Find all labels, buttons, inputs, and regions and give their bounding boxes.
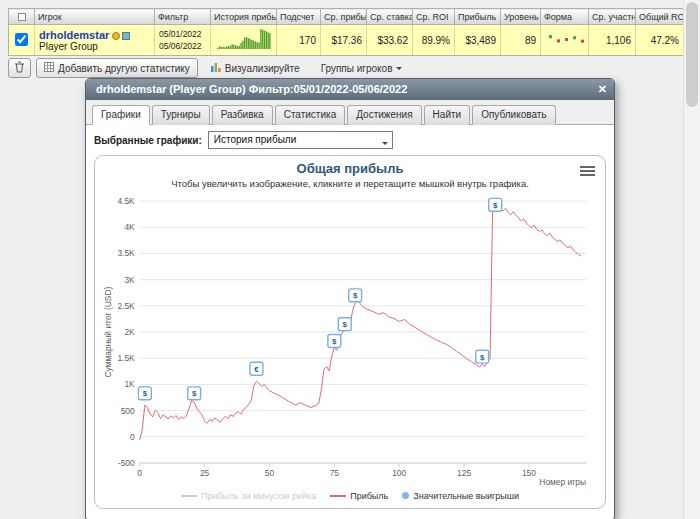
col-avg-roi[interactable]: Ср. ROI [413,9,455,25]
dialog-title: drholdemstar (Player Group) Фильтр:05/01… [96,83,407,95]
chart-context-menu-icon[interactable] [580,164,595,178]
avg-profit-cell: $17.36 [321,25,367,56]
col-profit-history[interactable]: История прибыли [211,9,277,25]
col-form[interactable]: Форма [541,9,589,25]
svg-text:125: 125 [457,468,471,478]
svg-text:75: 75 [330,468,340,478]
table-header-row: Игрок Фильтр История прибыли Подсчет Ср.… [9,9,684,25]
svg-text:$: $ [353,291,358,300]
tab-breakdown[interactable]: Разбивка [212,105,273,125]
col-player[interactable]: Игрок [35,9,155,25]
legend-label: Значительные выигрыши [413,491,519,501]
filter-to: 05/06/2022 [159,40,206,52]
legend-dot-icon [402,492,409,499]
medal-icon [112,32,120,40]
chevron-down-icon [382,142,388,148]
svg-text:4.5K: 4.5K [117,196,135,206]
profit-cell: $3,489 [455,25,501,56]
add-statistic-button[interactable]: Добавить другую статистику [36,58,198,78]
filter-from: 05/01/2022 [159,28,206,40]
svg-text:-500: -500 [118,458,135,468]
player-row[interactable]: drholdemstar Player Group 05/01/2022 05/… [9,25,684,56]
player-link[interactable]: drholdemstar [39,29,109,41]
chart-title: Общая прибыль [99,161,601,176]
profit-chart-svg[interactable]: -50005001K1.5K2K2.5K3K3.5K4K4.5K02550751… [102,190,598,488]
checkbox-icon [18,13,26,21]
player-stats-table: Игрок Фильтр История прибыли Подсчет Ср.… [8,8,683,56]
tab-achievements[interactable]: Достижения [347,105,421,125]
legend-line-icon [330,495,346,497]
svg-text:$: $ [480,353,485,362]
tab-graphs[interactable]: Графики [92,105,150,125]
row-checkbox[interactable] [15,33,28,46]
legend-item-significant-wins[interactable]: Значительные выигрыши [402,491,519,501]
col-avg-profit[interactable]: Ср. прибыль [321,9,367,25]
tab-find[interactable]: Найти [424,105,471,125]
tab-statistics[interactable]: Статистика [275,105,346,125]
legend-label: Прибыль за минусом рейка [201,491,316,501]
level-cell: 89 [501,25,541,56]
svg-text:3K: 3K [124,275,135,285]
svg-text:500: 500 [121,406,135,416]
svg-text:Суммарный итог (USD): Суммарный итог (USD) [103,286,113,377]
visualize-button[interactable]: Визуализируйте [203,58,308,78]
svg-text:2K: 2K [124,327,135,337]
svg-text:3.5K: 3.5K [117,248,135,258]
toolbar: Добавить другую статистику Визуализируйт… [8,58,410,78]
notes-icon [122,32,130,40]
close-icon[interactable]: ✕ [598,79,607,100]
svg-text:$: $ [493,201,498,210]
tab-tournaments[interactable]: Турниры [152,105,210,125]
col-count[interactable]: Подсчет [277,9,321,25]
col-total-roi[interactable]: Общий ROI [636,9,684,25]
bar-chart-icon [211,62,221,74]
svg-text:$: $ [143,389,148,398]
avg-roi-cell: 89.9% [413,25,455,56]
avg-stake-cell: $33.62 [367,25,413,56]
chart-subtitle: Чтобы увеличить изображение, кликните и … [99,178,601,189]
legend-item-profit-minus-rake[interactable]: Прибыль за минусом рейка [181,491,316,501]
player-detail-dialog: drholdemstar (Player Group) Фильтр:05/01… [85,78,615,519]
graph-select[interactable]: История прибыли [208,131,393,149]
select-all-header[interactable] [9,9,35,25]
form-sparkline [545,31,587,47]
selected-graphs-label: Выбранные графики: [94,135,202,146]
svg-text:€: € [254,365,259,374]
col-avg-stake[interactable]: Ср. ставка [367,9,413,25]
vertical-scrollbar[interactable] [683,0,700,519]
total-roi-cell: 47.2% [636,25,684,56]
add-statistic-label: Добавить другую статистику [58,63,190,74]
trash-icon [14,61,25,75]
delete-button[interactable] [8,58,31,78]
tab-publish[interactable]: Опубликовать [472,105,555,125]
legend-item-profit[interactable]: Прибыль [330,491,388,501]
legend-label: Прибыль [350,491,388,501]
graph-select-row: Выбранные графики: История прибыли [86,125,614,153]
graph-select-value: История прибыли [214,134,296,145]
grid-plus-icon [44,62,54,74]
col-level[interactable]: Уровень [501,9,541,25]
svg-text:2.5K: 2.5K [117,301,135,311]
svg-text:$: $ [343,320,348,329]
svg-text:$: $ [332,337,337,346]
col-avg-entrants[interactable]: Ср. участни [589,9,636,25]
svg-text:0: 0 [137,468,142,478]
col-profit[interactable]: Прибыль [455,9,501,25]
col-filter[interactable]: Фильтр [155,9,211,25]
svg-text:Номер игры: Номер игры [539,477,586,487]
svg-text:0: 0 [130,432,135,442]
profit-history-sparkline [217,29,271,49]
svg-text:1.5K: 1.5K [117,353,135,363]
chart-card: Общая прибыль Чтобы увеличить изображени… [94,155,606,509]
legend-line-icon [181,495,197,497]
count-cell: 170 [277,25,321,56]
svg-text:1K: 1K [124,379,135,389]
svg-text:4K: 4K [124,222,135,232]
dialog-header[interactable]: drholdemstar (Player Group) Фильтр:05/01… [86,79,614,100]
scrollbar-thumb[interactable] [686,2,698,107]
dialog-tabs: Графики Турниры Разбивка Статистика Дост… [86,100,614,125]
avg-entrants-cell: 1,106 [589,25,636,56]
player-groups-dropdown[interactable]: Группы игроков [313,58,411,78]
svg-text:100: 100 [392,468,406,478]
player-groups-label: Группы игроков [321,63,393,74]
